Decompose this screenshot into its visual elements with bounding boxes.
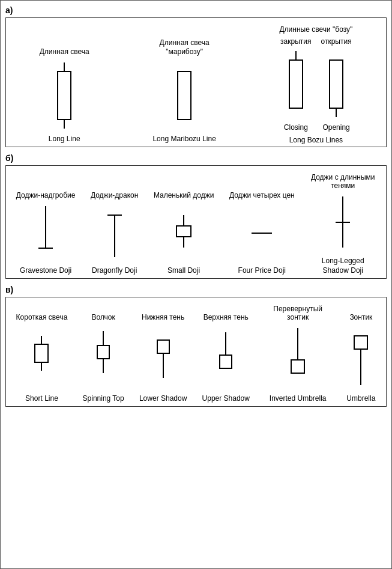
inverted-umbrella-group: Перевернутый зонтик Inverted Umbrella [265,305,331,404]
umbrella-russian: Зонтик [349,313,372,321]
short-line-group: Короткая свеча Short Line [16,313,68,404]
section-a-grid: Длинная свеча Long Line Длинная свеча "м… [8,23,384,144]
four-price-doji-group: Доджи четырех цен Four Price Doji [229,191,295,276]
svg-rect-1 [58,72,71,120]
bozu-closing-group: закрытия Closing [280,37,311,133]
umbrella-candle [346,325,376,391]
dragonfly-doji-english: Dragonfly Doji [92,266,137,276]
gravestone-doji-candle [32,203,59,263]
inverted-umbrella-candle [283,325,313,391]
bozu-closing-candle [281,48,311,120]
long-maribozu-english: Long Maribozu Line [152,135,216,144]
svg-rect-25 [157,340,169,353]
section-c: в) Короткая свеча Short Line Волчок [5,285,387,407]
upper-shadow-english: Upper Shadow [202,394,250,404]
bozu-opening-russian: открытия [321,37,352,46]
inverted-umbrella-russian: Перевернутый зонтик [265,305,331,322]
section-c-content: Короткая свеча Short Line Волчок [5,297,387,407]
short-line-candle [28,325,55,391]
lower-shadow-candle [149,325,177,391]
four-price-doji-english: Four Price Doji [238,266,286,276]
bozu-english-group: Long Bozu Lines [289,136,343,144]
upper-shadow-group: Верхняя тень Upper Shadow [202,313,250,404]
svg-rect-3 [178,72,191,120]
dragonfly-doji-group: Доджи-дракон Dragonfly Doji [91,191,138,276]
bozu-header: Длинные свечи "бозу" [279,25,352,34]
long-legged-doji-english: Long-Legged Shadow Doji [310,257,376,275]
bozu-opening-group: открытия Opening [321,37,352,133]
long-line-english: Long Line [49,135,80,144]
section-a-content: Длинная свеча Long Line Длинная свеча "м… [5,17,387,147]
spinning-top-english: Spinning Top [83,394,124,404]
long-maribozu-russian: Длинная свеча "марибозу" [151,38,217,56]
small-doji-english: Small Doji [167,266,200,276]
bozu-group: Длинные свечи "бозу" закрытия Closing [279,25,352,144]
long-legged-doji-russian: Доджи с длинными тенями [310,173,376,190]
dragonfly-doji-candle [101,203,128,263]
svg-rect-6 [330,60,343,108]
section-a: а) Длинная свеча Long Line Длинная свеча… [5,5,387,147]
inverted-umbrella-english: Inverted Umbrella [270,394,327,404]
umbrella-english: Umbrella [346,394,375,404]
small-doji-group: Маленький доджи Small Doji [154,191,214,276]
section-b-grid: Доджи-надгробие Gravestone Doji Доджи-др… [8,171,384,276]
bozu-closing-russian: закрытия [280,37,311,46]
spinning-top-russian: Волчок [91,313,115,321]
svg-rect-23 [97,345,109,359]
dragonfly-doji-russian: Доджи-дракон [91,191,138,199]
bozu-closing-english: Closing [284,123,308,133]
four-price-doji-candle [247,203,277,263]
long-maribozu-candle [169,59,199,132]
long-legged-doji-group: Доджи с длинными тенями Long-Legged Shad… [310,173,376,276]
svg-rect-20 [35,344,48,362]
long-line-russian: Длинная свеча [40,47,89,56]
section-a-label: а) [5,5,387,15]
lower-shadow-english: Lower Shadow [139,394,187,404]
svg-rect-31 [354,336,367,349]
section-b: б) Доджи-надгробие Gravestone Doji Доджи… [5,153,387,279]
svg-rect-30 [291,360,304,373]
lower-shadow-group: Нижняя тень Lower Shadow [139,313,187,404]
bozu-opening-candle [321,48,351,120]
long-line-group: Длинная свеча Long Line [40,47,89,144]
short-line-russian: Короткая свеча [16,313,68,321]
small-doji-russian: Маленький доджи [154,191,214,199]
gravestone-doji-russian: Доджи-надгробие [16,191,76,199]
section-b-content: Доджи-надгробие Gravestone Doji Доджи-др… [5,165,387,279]
spinning-top-candle [89,325,117,391]
long-legged-doji-candle [330,193,356,254]
umbrella-group: Зонтик Umbrella [346,313,376,404]
svg-rect-13 [176,226,191,237]
upper-shadow-candle [212,325,240,391]
svg-rect-5 [289,60,303,108]
long-maribozu-group: Длинная свеча "марибозу" Long Maribozu L… [151,38,217,144]
long-line-candle [49,59,79,132]
lower-shadow-russian: Нижняя тень [142,313,184,321]
spinning-top-group: Волчок Spinning Top [83,313,124,404]
bozu-opening-english: Opening [322,123,349,133]
upper-shadow-russian: Верхняя тень [204,313,249,321]
short-line-english: Short Line [25,394,58,404]
section-b-label: б) [5,153,387,163]
small-doji-candle [169,203,199,263]
svg-rect-28 [220,355,232,368]
section-c-label: в) [5,285,387,294]
gravestone-doji-group: Доджи-надгробие Gravestone Doji [16,191,76,276]
four-price-doji-russian: Доджи четырех цен [229,191,295,199]
gravestone-doji-english: Gravestone Doji [20,266,71,276]
section-c-grid: Короткая свеча Short Line Волчок [8,302,384,404]
